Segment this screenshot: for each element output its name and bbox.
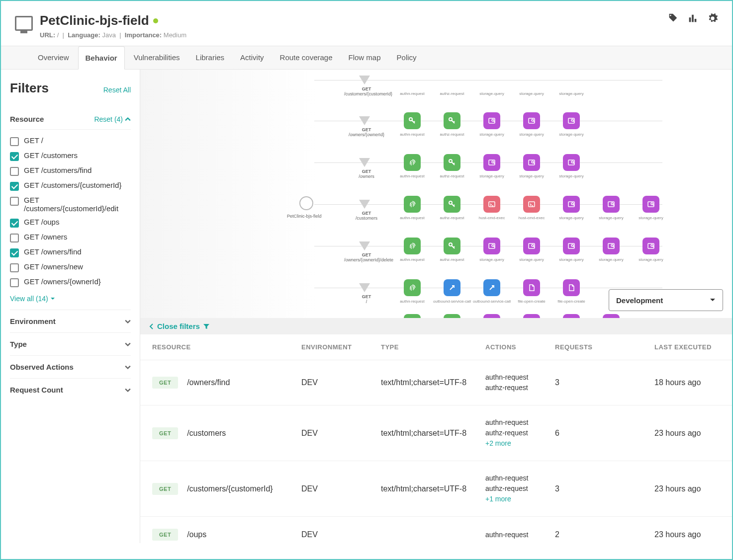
table-row[interactable]: GET/oupsDEVauthn-request223 hours ago (140, 517, 732, 543)
graph-action-node[interactable]: storage-query (523, 238, 540, 254)
gear-icon[interactable] (707, 13, 718, 24)
graph-action-node[interactable]: storage-query (563, 154, 580, 171)
resource-filter-row[interactable]: GET /owners/new (10, 260, 131, 275)
resource-path: /oups (187, 530, 206, 539)
graph-action-node[interactable]: authn-request (404, 72, 421, 88)
resource-filter-row[interactable]: GET /owners/{ownerId} (10, 275, 131, 290)
resource-filter-row[interactable]: GET /oups (10, 215, 131, 230)
filter-section-type[interactable]: Type (10, 332, 131, 355)
graph-action-node[interactable]: storage-query (563, 72, 580, 88)
column-header[interactable]: ENVIRONMENT (301, 343, 381, 351)
table-row[interactable]: GET/customers/{customerId}DEVtext/html;c… (140, 461, 732, 517)
graph-action-node[interactable]: authz-request (444, 112, 460, 129)
graph-action-node[interactable]: storage-query (642, 196, 659, 213)
checkbox[interactable] (10, 137, 19, 146)
resource-section-head[interactable]: Resource Reset (4) (10, 109, 131, 130)
resource-filter-row[interactable]: GET /customers (10, 149, 131, 163)
chevron-up-icon (125, 116, 131, 122)
graph-action-node[interactable]: outbound-service-call (483, 279, 500, 296)
table-row[interactable]: GET/customersDEVtext/html;charset=UTF-8a… (140, 405, 732, 461)
resource-filter-row[interactable]: GET /customers/find (10, 163, 131, 178)
checkbox[interactable] (10, 248, 19, 257)
graph-action-node[interactable] (523, 314, 540, 318)
column-header[interactable]: RESOURCE (152, 343, 301, 351)
column-header[interactable]: TYPE (381, 343, 485, 351)
checkbox[interactable] (10, 197, 19, 206)
graph-action-node[interactable]: authz-request (444, 154, 460, 171)
graph-action-node[interactable]: authn-request (404, 112, 421, 129)
graph-action-node[interactable]: host-cmd-exec (483, 196, 500, 213)
graph-action-node[interactable]: host-cmd-exec (523, 196, 540, 213)
graph-action-node[interactable]: storage-query (603, 196, 620, 213)
column-header[interactable]: ACTIONS (485, 343, 555, 351)
filter-section-environment[interactable]: Environment (10, 310, 131, 332)
graph-action-node[interactable]: storage-query (523, 112, 540, 129)
graph-action-node[interactable]: storage-query (483, 238, 500, 254)
graph-action-node[interactable]: storage-query (483, 154, 500, 171)
graph-action-node[interactable] (404, 314, 421, 318)
reset-all-link[interactable]: Reset All (103, 86, 131, 94)
graph-action-node[interactable]: storage-query (563, 196, 580, 213)
tab-activity[interactable]: Activity (233, 46, 271, 69)
graph-action-node[interactable]: storage-query (642, 238, 659, 254)
checkbox[interactable] (10, 278, 19, 287)
graph-action-node[interactable]: authn-request (404, 238, 421, 254)
graph-action-node[interactable]: storage-query (523, 72, 540, 88)
checkbox[interactable] (10, 263, 19, 272)
graph-action-node[interactable]: storage-query (523, 154, 540, 171)
graph-action-node[interactable]: authn-request (404, 279, 421, 296)
tab-libraries[interactable]: Libraries (189, 46, 232, 69)
graph-node-label: authn-request (400, 91, 424, 96)
graph-node-label: authz-request (440, 174, 464, 178)
graph-action-node[interactable]: storage-query (483, 72, 500, 88)
filter-section-observed-actions[interactable]: Observed Actions (10, 355, 131, 378)
graph-action-node[interactable]: file-open-create (523, 279, 540, 296)
close-filters-button[interactable]: Close filters (140, 318, 732, 334)
tab-route-coverage[interactable]: Route coverage (273, 46, 340, 69)
graph-node-label: storage-query (479, 91, 504, 96)
more-actions-link[interactable]: +1 more (485, 495, 511, 503)
graph-action-node[interactable]: authn-request (404, 154, 421, 171)
resource-filter-row[interactable]: GET /owners (10, 230, 131, 245)
resource-filter-row[interactable]: GET /owners/find (10, 245, 131, 260)
view-all-link[interactable]: View all (14) (10, 292, 131, 310)
graph-action-node[interactable] (603, 314, 620, 318)
column-header[interactable]: REQUESTS (555, 343, 625, 351)
resource-filter-row[interactable]: GET / (10, 134, 131, 149)
column-header[interactable]: LAST EXECUTED (625, 343, 720, 351)
checkbox[interactable] (10, 167, 19, 176)
graph-action-node[interactable]: storage-query (563, 238, 580, 254)
graph-action-node[interactable] (483, 314, 500, 318)
graph-action-node[interactable]: authn-request (404, 196, 421, 213)
graph-node-label: storage-query (639, 216, 663, 220)
filter-section-request-count[interactable]: Request Count (10, 378, 131, 401)
method-badge: GET (152, 529, 178, 541)
more-actions-link[interactable]: +2 more (485, 439, 511, 447)
tab-vulnerabilities[interactable]: Vulnerabilities (127, 46, 187, 69)
resource-filter-row[interactable]: GET /customers/{customerId} (10, 178, 131, 193)
tab-policy[interactable]: Policy (390, 46, 424, 69)
stats-icon[interactable] (687, 13, 698, 24)
graph-action-node[interactable]: storage-query (483, 112, 500, 129)
tag-icon[interactable] (667, 13, 678, 24)
flow-graph[interactable]: PetClinic-bjs-field Development GET/cust… (140, 70, 732, 318)
graph-action-node[interactable] (563, 314, 580, 318)
graph-action-node[interactable]: storage-query (603, 238, 620, 254)
checkbox[interactable] (10, 219, 19, 228)
checkbox[interactable] (10, 152, 19, 161)
checkbox[interactable] (10, 182, 19, 191)
tab-flow-map[interactable]: Flow map (342, 46, 388, 69)
graph-action-node[interactable]: authz-request (444, 238, 460, 254)
tab-overview[interactable]: Overview (31, 46, 76, 69)
checkbox[interactable] (10, 234, 19, 242)
graph-action-node[interactable]: outbound-service-call (444, 279, 460, 296)
graph-action-node[interactable]: authz-request (444, 72, 460, 88)
table-row[interactable]: GET/owners/findDEVtext/html;charset=UTF-… (140, 360, 732, 405)
resource-filter-row[interactable]: GET /customers/{customerId}/edit (10, 193, 131, 215)
svg-point-31 (532, 244, 534, 246)
tab-behavior[interactable]: Behavior (78, 46, 125, 70)
graph-action-node[interactable]: storage-query (563, 112, 580, 129)
graph-action-node[interactable] (444, 314, 460, 318)
graph-action-node[interactable]: authz-request (444, 196, 460, 213)
graph-action-node[interactable]: file-open-create (563, 279, 580, 296)
